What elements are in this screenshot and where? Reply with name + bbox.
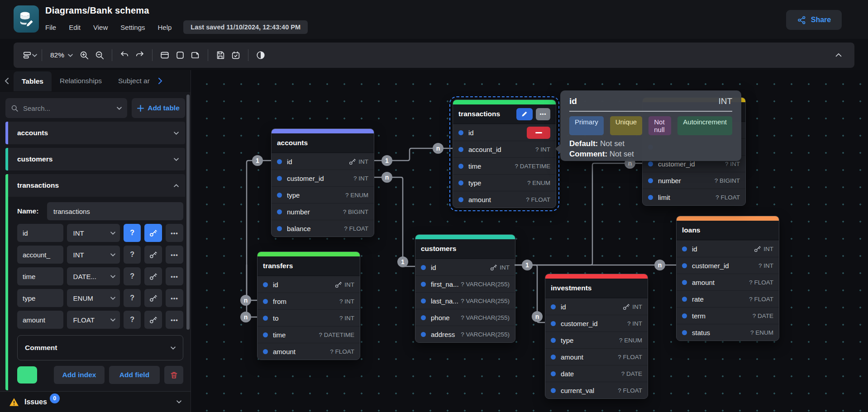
table-name-input[interactable]: transactions (47, 202, 183, 220)
table-field-row[interactable]: amount? FLOAT (258, 343, 360, 360)
nullable-toggle[interactable]: ? (124, 289, 141, 307)
diagram-layout-button[interactable] (22, 47, 37, 63)
table-field-row[interactable]: amount? FLOAT (677, 274, 779, 290)
nullable-toggle[interactable]: ? (124, 246, 141, 264)
add-index-button[interactable]: Add index (54, 366, 105, 384)
table-field-row[interactable]: idINT (258, 276, 360, 293)
accordion-header-transactions[interactable]: transactions (5, 174, 185, 197)
table-field-row[interactable]: amount? FLOAT (545, 348, 648, 365)
delete-table-button[interactable] (164, 366, 183, 384)
field-type-select[interactable]: ENUM (67, 289, 120, 307)
add-table-button[interactable] (157, 47, 172, 63)
issues-bar[interactable]: Issues 0 (0, 391, 191, 412)
field-more-button[interactable]: ••• (166, 267, 183, 285)
menu-settings[interactable]: Settings (120, 24, 145, 31)
table-field-row[interactable]: customer_id? INT (677, 257, 779, 274)
table-customers[interactable]: customersidINTfirst_na...? VARCHAR(255)l… (415, 234, 515, 343)
table-field-row[interactable]: date? DATE (545, 365, 648, 382)
tabs-scroll-right[interactable] (153, 70, 167, 91)
table-loans[interactable]: loansidINTcustomer_id? INTamount? FLOATr… (676, 216, 779, 341)
table-field-row[interactable]: type? ENUM (545, 331, 648, 348)
table-field-row[interactable]: rate? FLOAT (677, 290, 779, 307)
nullable-toggle[interactable]: ? (124, 311, 141, 329)
comment-collapse[interactable]: Comment (17, 335, 183, 360)
table-field-row[interactable]: customer_id? INT (272, 170, 374, 186)
zoom-out-button[interactable] (92, 47, 107, 63)
table-field-row[interactable]: time? DATETIME (453, 157, 556, 174)
table-accounts[interactable]: accountsidINTcustomer_id? INTtype? ENUMn… (271, 128, 374, 237)
table-field-row[interactable]: current_val? FLOAT (545, 382, 648, 398)
zoom-in-button[interactable] (76, 47, 92, 63)
table-field-row[interactable]: first_na...? VARCHAR(255) (415, 275, 515, 292)
accordion-customers[interactable]: customers (5, 148, 185, 170)
table-field-row[interactable]: term? DATE (677, 307, 779, 324)
undo-button[interactable] (117, 47, 132, 63)
table-field-row[interactable]: amount? FLOAT (453, 191, 556, 208)
primary-key-toggle[interactable] (144, 246, 162, 264)
add-area-button[interactable] (188, 47, 203, 63)
tab-subject-areas[interactable]: Subject ar (110, 70, 153, 91)
todo-button[interactable] (228, 47, 243, 63)
field-more-button[interactable]: ••• (166, 289, 183, 307)
field-more-button[interactable]: ••• (166, 311, 183, 329)
table-field-row[interactable]: idINT (415, 259, 515, 275)
table-field-row[interactable]: status? ENUM (677, 324, 779, 341)
table-field-row[interactable]: idINT (677, 240, 779, 257)
table-field-row[interactable]: phone? VARCHAR(255) (415, 309, 515, 326)
table-field-row[interactable]: number? BIGINT (643, 172, 745, 189)
table-field-row[interactable]: type? ENUM (272, 186, 374, 203)
redo-button[interactable] (132, 47, 148, 63)
menu-view[interactable]: View (93, 24, 108, 31)
accordion-accounts[interactable]: accounts (5, 122, 185, 144)
table-more-button[interactable]: ••• (536, 108, 550, 120)
nullable-toggle[interactable]: ? (124, 224, 141, 242)
table-field-row[interactable]: last_na...? VARCHAR(255) (415, 292, 515, 309)
field-name-input[interactable]: time (17, 267, 63, 285)
primary-key-toggle[interactable] (144, 289, 162, 307)
field-name-input[interactable]: amount (17, 311, 63, 329)
search-input[interactable]: Search... (5, 98, 127, 118)
table-field-row[interactable]: type? ENUM (453, 174, 556, 191)
table-field-row[interactable]: to? INT (258, 309, 360, 326)
field-name-input[interactable]: id (17, 224, 63, 242)
add-note-button[interactable] (172, 47, 188, 63)
field-name-input[interactable]: type (17, 289, 63, 307)
table-transfers[interactable]: transfersidINTfrom? INTto? INTtime? DATE… (257, 251, 360, 360)
theme-contrast-button[interactable] (253, 47, 268, 63)
collapse-toolbar-button[interactable] (831, 47, 846, 63)
diagram-canvas[interactable]: accountsidINTcustomer_id? INTtype? ENUMn… (191, 70, 868, 412)
tab-tables[interactable]: Tables (14, 71, 52, 91)
nullable-toggle[interactable]: ? (124, 267, 141, 285)
field-more-button[interactable]: ••• (166, 246, 183, 264)
field-type-select[interactable]: INT (67, 224, 120, 242)
table-field-row[interactable]: id (453, 124, 556, 141)
field-type-select[interactable]: FLOAT (67, 311, 120, 329)
primary-key-toggle[interactable] (144, 267, 162, 285)
field-name-input[interactable]: account_ (17, 246, 63, 264)
edit-table-button[interactable] (516, 108, 533, 120)
menu-edit[interactable]: Edit (69, 24, 81, 31)
field-type-select[interactable]: DATE... (67, 267, 120, 285)
table-field-row[interactable]: idINT (545, 298, 648, 315)
menu-file[interactable]: File (45, 24, 56, 31)
app-logo[interactable] (14, 5, 39, 33)
zoom-level-select[interactable]: 82% (47, 51, 76, 59)
table-field-row[interactable]: limit? FLOAT (643, 189, 745, 205)
table-field-row[interactable]: time? DATETIME (258, 326, 360, 343)
remove-field-button[interactable] (527, 127, 550, 139)
table-transactions[interactable]: transactions•••idaccount_id? INTtime? DA… (453, 99, 556, 208)
primary-key-toggle[interactable] (144, 311, 162, 329)
table-field-row[interactable]: address? VARCHAR(255) (415, 326, 515, 342)
field-type-select[interactable]: INT (67, 246, 120, 264)
add-table-button-sidebar[interactable]: Add table (132, 98, 185, 118)
primary-key-toggle[interactable] (144, 224, 162, 242)
table-field-row[interactable]: balance? FLOAT (272, 220, 374, 237)
share-button[interactable]: Share (786, 10, 842, 30)
table-field-row[interactable]: customer_id? INT (545, 315, 648, 331)
save-button[interactable] (213, 47, 228, 63)
add-field-button[interactable]: Add field (109, 366, 160, 384)
table-color-swatch[interactable] (17, 366, 37, 384)
tab-relationships[interactable]: Relationships (52, 70, 110, 91)
table-field-row[interactable]: idINT (272, 153, 374, 170)
table-field-row[interactable]: number? BIGINT (272, 203, 374, 220)
